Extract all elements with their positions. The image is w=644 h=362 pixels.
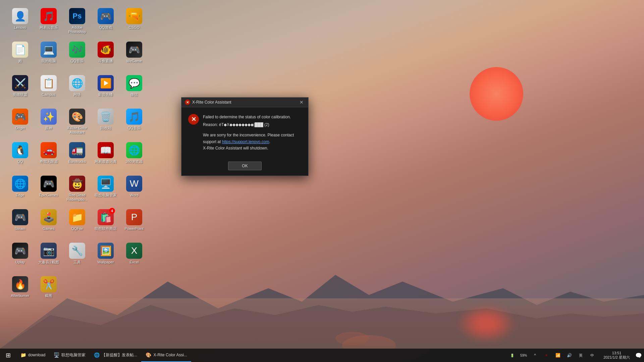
system-tray: 🔋 59% ^ × 📶 🔊 英 中 (504, 350, 600, 361)
taskbar-item-icon-xrite_task: 🎨 (145, 352, 151, 358)
dialog-message: Failed to determine the status of color … (203, 114, 302, 152)
dialog-shutdown-text: X-Rite Color Assistant will shutdown. (203, 145, 302, 152)
taskbar-item-icon-download: 📁 (20, 352, 26, 358)
tray-x-icon[interactable]: × (541, 350, 552, 361)
dialog-error-line1: Failed to determine the status of color … (203, 114, 302, 120)
tray-chevron[interactable]: ^ (530, 350, 540, 361)
dialog-title-left: ✕ X-Rite Color Assistant (185, 100, 231, 105)
tray-battery-text: 59% (518, 350, 529, 361)
taskbar-item-edge_tab[interactable]: 🌐【新提醒】发表帖... (90, 349, 141, 362)
dialog-title-text: X-Rite Color Assistant (192, 100, 231, 105)
dialog-ok-button[interactable]: OK (228, 162, 261, 170)
dialog-overlay: ✕ X-Rite Color Assistant ✕ ✕ Failed to d… (0, 0, 644, 362)
clock-time: 13:51 (612, 351, 622, 355)
taskbar-item-icon-edge_tab: 🌐 (94, 352, 100, 358)
notification-icon: 🗨️ (635, 352, 642, 359)
taskbar-item-pc_mgr[interactable]: 🖥️联想电脑管家 (49, 349, 90, 362)
taskbar-clock[interactable]: 13:51 2021/1/2 星期六 (600, 349, 633, 362)
taskbar-item-label-xrite_task: X-Rite Color Assi... (153, 353, 187, 357)
tray-volume-icon[interactable]: 🔊 (564, 350, 575, 361)
dialog-support-link[interactable]: https://support.lenovo.com (222, 139, 269, 144)
taskbar: ⊞ 📁download🖥️联想电脑管家🌐【新提醒】发表帖...🎨X-Rite C… (0, 349, 644, 362)
start-button[interactable]: ⊞ (0, 349, 16, 362)
dialog-title-bar: ✕ X-Rite Color Assistant ✕ (181, 98, 308, 107)
tray-network-icon[interactable]: 📶 (552, 350, 563, 361)
dialog-error-line2: Reason: éT◆X◆◆◆◆◆◆◆◆|███ (2) (203, 122, 302, 128)
clock-date: 2021/1/2 星期六 (603, 355, 630, 360)
taskbar-item-download[interactable]: 📁download (16, 349, 49, 362)
taskbar-item-xrite_task[interactable]: 🎨X-Rite Color Assi... (141, 349, 191, 362)
notification-button[interactable]: 🗨️ (633, 349, 644, 362)
dialog-error-icon: ✕ (188, 114, 199, 125)
taskbar-item-label-edge_tab: 【新提醒】发表帖... (102, 352, 137, 358)
tray-lang-zh[interactable]: 中 (587, 350, 597, 361)
dialog-footer: OK (181, 158, 308, 176)
taskbar-item-label-pc_mgr: 联想电脑管家 (61, 352, 86, 358)
dialog-close-button[interactable]: ✕ (298, 100, 305, 105)
taskbar-item-icon-pc_mgr: 🖥️ (53, 352, 59, 358)
taskbar-item-label-download: download (28, 353, 45, 357)
dialog-title-icon: ✕ (185, 100, 190, 105)
dialog-sorry-text: We are sorry for the inconvenience. Plea… (203, 132, 302, 145)
tray-lenovo-icon[interactable]: 🔋 (507, 350, 518, 361)
xrite-error-dialog: ✕ X-Rite Color Assistant ✕ ✕ Failed to d… (181, 97, 309, 176)
dialog-body: ✕ Failed to determine the status of colo… (181, 107, 308, 158)
start-icon: ⊞ (6, 352, 11, 359)
taskbar-items: 📁download🖥️联想电脑管家🌐【新提醒】发表帖...🎨X-Rite Col… (16, 349, 504, 362)
tray-lang-en[interactable]: 英 (575, 350, 586, 361)
